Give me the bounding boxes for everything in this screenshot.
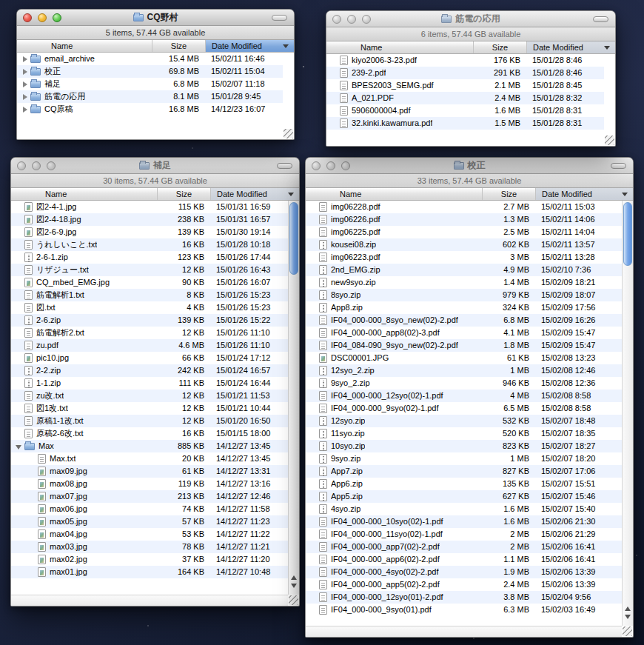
file-row[interactable]: zu改.txt12 KB15/01/21 11:53 [11,390,288,402]
file-row[interactable]: CQ_mbed_EMG.jpg90 KB15/01/26 16:07 [11,276,288,289]
minimize-button[interactable] [32,161,41,170]
scrollbar-thumb[interactable] [289,202,298,275]
file-row[interactable]: 32.kinki.kawamura.pdf1.5 MB15/01/28 8:31 [326,117,604,130]
file-row[interactable]: リザジュー.txt12 KB15/01/26 16:43 [11,264,288,276]
toolbar-toggle-button[interactable] [272,15,287,21]
file-row[interactable]: DSC00001.JPG61 KB15/02/08 13:23 [306,352,622,364]
file-row[interactable]: IF04_000-000_app7(02)-2.pdf2 MB15/02/06 … [306,541,622,553]
file-row[interactable]: Max.txt20 KB14/12/27 13:45 [11,452,288,465]
zoom-button[interactable] [362,15,371,24]
file-row[interactable]: img06228.pdf2.7 MB15/02/11 15:03 [306,201,622,213]
file-row[interactable]: max02.jpg37 KB14/12/27 11:20 [11,553,288,566]
title-bar[interactable]: 校正 [306,158,633,174]
file-row[interactable]: 10syo.zip823 KB15/02/07 18:27 [306,440,622,452]
file-row[interactable]: IF04_084-090_9syo_new(02)-2.pdf1.8 MB15/… [306,339,622,352]
column-header-size[interactable]: Size [473,41,526,53]
column-header-date[interactable]: Date Modified [205,40,294,52]
column-header-date[interactable]: Date Modified [210,188,299,200]
file-row[interactable]: img06223.pdf3 MB15/02/11 13:28 [306,251,622,264]
horizontal-scrollbar[interactable] [306,626,622,637]
file-row[interactable]: A_021.PDF2.4 MB15/01/28 8:32 [326,92,604,104]
disclosure-triangle-collapsed[interactable] [20,90,30,103]
column-header-size[interactable]: Size [152,40,205,52]
zoom-button[interactable] [341,161,350,170]
file-row[interactable]: 図2-4-1.jpg115 KB15/01/31 16:59 [11,201,288,213]
file-row[interactable]: 5906000004.pdf1.6 MB15/01/28 8:31 [326,104,604,117]
scroll-down-icon[interactable] [625,615,631,619]
file-row[interactable]: IF04_000-000_app6(02)-2.pdf1.1 MB15/02/0… [306,553,622,566]
file-row[interactable]: max07.jpg213 KB14/12/27 12:46 [11,490,288,503]
file-row[interactable]: うれしいこと.txt16 KB15/01/28 10:18 [11,238,288,251]
title-bar[interactable]: 補足 [11,158,299,174]
file-row[interactable]: App7.zip827 KB15/02/07 17:06 [306,465,622,478]
file-row[interactable]: IF04_000-000_app8(02)-3.pdf4.1 MB15/02/0… [306,327,622,339]
file-row[interactable]: 239-2.pdf291 KB15/01/28 8:46 [326,67,604,79]
scroll-down-icon[interactable] [291,584,297,588]
close-button[interactable] [312,161,321,170]
file-row[interactable]: 校正69.8 MB15/02/11 15:04 [17,65,283,78]
file-row[interactable]: 筋電の応用8.1 MB15/01/28 9:45 [17,90,283,103]
disclosure-triangle-expanded[interactable] [14,440,24,452]
column-header-name[interactable]: Name [306,188,482,200]
horizontal-scrollbar[interactable] [11,595,288,606]
toolbar-toggle-button[interactable] [611,163,626,169]
close-button[interactable] [23,13,32,22]
file-row[interactable]: 図2-6-9.jpg139 KB15/01/30 19:14 [11,226,288,238]
file-row[interactable]: 2nd_EMG.zip4.9 MB15/02/10 7:36 [306,264,622,276]
title-bar[interactable]: CQ野村 [17,10,294,26]
minimize-button[interactable] [326,161,335,170]
vertical-scrollbar[interactable] [622,201,633,626]
file-row[interactable]: kousei08.zip602 KB15/02/11 13:57 [306,238,622,251]
zoom-button[interactable] [47,161,56,170]
file-row[interactable]: IF04_000-000_12syo(02)-1.pdf4 MB15/02/08… [306,390,622,402]
toolbar-toggle-button[interactable] [277,163,292,169]
resize-grip[interactable] [284,129,293,138]
file-row[interactable]: 筋電解析2.txt12 KB15/01/26 11:10 [11,327,288,339]
close-button[interactable] [332,15,341,24]
file-row[interactable]: 原稿1-1改.txt12 KB15/01/20 16:50 [11,415,288,427]
file-row[interactable]: IF04_000-000_11syo(02)-1.pdf2 MB15/02/06… [306,528,622,541]
title-bar[interactable]: 筋電の応用 [326,11,615,27]
file-row[interactable]: 11syo.zip520 KB15/02/07 18:35 [306,427,622,440]
file-row[interactable]: 原稿2-6改.txt16 KB15/01/15 18:00 [11,427,288,440]
disclosure-triangle-collapsed[interactable] [20,53,30,65]
file-row[interactable]: pic10.jpg66 KB15/01/24 17:12 [11,352,288,364]
file-row[interactable]: 4syo.zip1.6 MB15/02/07 15:40 [306,503,622,515]
file-row[interactable]: Max885 KB14/12/27 13:45 [11,440,288,452]
file-row[interactable]: img06226.pdf1.3 MB15/02/11 14:06 [306,213,622,226]
file-row[interactable]: 12syo.zip532 KB15/02/07 18:48 [306,415,622,427]
scrollbar-thumb[interactable] [623,202,632,266]
file-row[interactable]: zu.pdf4.6 MB15/01/26 11:10 [11,339,288,352]
close-button[interactable] [17,161,26,170]
resize-grip[interactable] [289,595,298,605]
file-row[interactable]: max03.jpg78 KB14/12/27 11:21 [11,541,288,553]
column-header-name[interactable]: Name [11,188,157,200]
file-row[interactable]: IF04_000-000_9syo(01).pdf6.3 MB15/02/03 … [306,604,622,616]
file-row[interactable]: App8.zip324 KB15/02/09 17:56 [306,301,622,314]
file-row[interactable]: max05.jpg57 KB14/12/27 11:23 [11,515,288,528]
file-row[interactable]: max06.jpg74 KB14/12/27 11:58 [11,503,288,515]
file-row[interactable]: 筋電解析1.txt8 KB15/01/26 15:23 [11,289,288,301]
resize-grip[interactable] [623,626,632,636]
resize-grip[interactable] [605,136,614,145]
file-row[interactable]: 補足6.8 MB15/02/07 11:18 [17,78,283,90]
disclosure-triangle-collapsed[interactable] [20,103,30,116]
column-header-name[interactable]: Name [326,41,473,53]
file-row[interactable]: 2-6-1.zip123 KB15/01/26 17:44 [11,251,288,264]
column-header-date[interactable]: Date Modified [526,41,615,53]
file-row[interactable]: App5.zip627 KB15/02/07 15:46 [306,490,622,503]
file-row[interactable]: CQ原稿16.8 MB14/12/23 16:07 [17,103,283,116]
file-row[interactable]: max08.jpg119 KB14/12/27 13:16 [11,478,288,490]
file-row[interactable]: 9syo_2.zip946 KB15/02/08 12:36 [306,377,622,390]
file-row[interactable]: IF04_000-000_app5(02)-2.pdf2.4 MB15/02/0… [306,578,622,591]
file-row[interactable]: new9syo.zip1.4 MB15/02/09 18:21 [306,276,622,289]
column-header-name[interactable]: Name [17,40,152,52]
vertical-scrollbar[interactable] [604,54,615,146]
file-row[interactable]: IF04_000-000_8syo_new(02)-2.pdf6.8 MB15/… [306,314,622,327]
file-row[interactable]: IF04_000-000_10syo(02)-1.pdf1.6 MB15/02/… [306,515,622,528]
scroll-up-icon[interactable] [625,606,631,611]
file-row[interactable]: 図1改.txt12 KB15/01/21 10:44 [11,402,288,415]
file-row[interactable]: 9syo.zip1 MB15/02/07 18:20 [306,452,622,465]
disclosure-triangle-collapsed[interactable] [20,78,30,90]
disclosure-triangle-collapsed[interactable] [20,65,30,78]
